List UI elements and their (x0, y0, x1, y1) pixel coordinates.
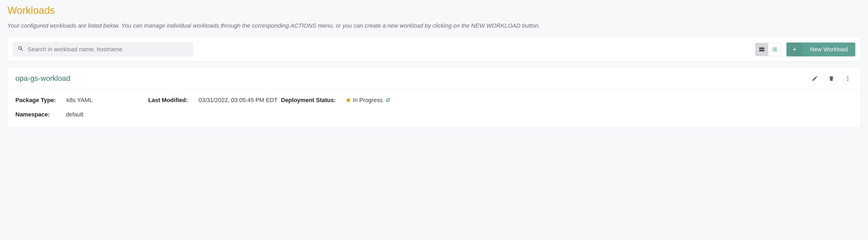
more-button[interactable] (845, 75, 851, 82)
namespace-value: default (66, 111, 83, 118)
workload-body: Package Type: k8s YAML Last Modified: 03… (7, 89, 861, 127)
workload-title[interactable]: opa-gs-workload (16, 74, 70, 83)
search-box[interactable] (13, 42, 193, 57)
kv-package-type: Package Type: k8s YAML (16, 97, 148, 104)
view-toggle (755, 43, 781, 56)
package-type-label: Package Type: (16, 97, 56, 104)
kv-last-modified: Last Modified: 03/31/2022, 03:05:45 PM E… (148, 97, 281, 104)
page-subtitle: Your configured workloads are listed bel… (7, 22, 861, 30)
view-toggle-list[interactable] (768, 43, 781, 56)
view-toggle-cards[interactable] (755, 43, 768, 56)
new-workload-label: New Workload (802, 46, 855, 53)
pencil-icon (812, 75, 818, 82)
new-workload-button[interactable]: + New Workload (786, 42, 855, 56)
page-title: Workloads (7, 5, 861, 16)
more-vert-icon (845, 75, 851, 82)
deployment-status-label: Deployment Status: (281, 97, 336, 104)
search-input[interactable] (28, 46, 188, 53)
plus-icon: + (786, 42, 802, 56)
workload-header-actions (812, 75, 852, 82)
kv-deployment-status: Deployment Status: In Progress (281, 97, 852, 104)
list-icon (771, 46, 778, 53)
kv-namespace: Namespace: default (16, 111, 148, 118)
workload-header: opa-gs-workload (7, 67, 861, 89)
svg-point-2 (847, 80, 848, 81)
svg-point-0 (847, 76, 848, 77)
delete-button[interactable] (828, 75, 835, 82)
trash-icon (828, 75, 835, 82)
search-icon (18, 46, 24, 53)
deployment-status-value[interactable]: In Progress (346, 97, 391, 104)
toolbar: + New Workload (7, 37, 861, 61)
svg-point-1 (847, 78, 848, 79)
last-modified-value: 03/31/2022, 03:05:45 PM EDT (198, 97, 277, 104)
edit-button[interactable] (812, 75, 818, 82)
last-modified-label: Last Modified: (148, 97, 188, 104)
view-agenda-icon (758, 46, 765, 53)
namespace-label: Namespace: (16, 111, 55, 118)
package-type-value: k8s YAML (66, 97, 92, 104)
deployment-status-text: In Progress (353, 97, 383, 104)
status-dot-icon (346, 98, 350, 102)
open-in-new-icon (385, 97, 391, 103)
workload-card: opa-gs-workload Package Type: k8s YAML L… (7, 67, 861, 127)
